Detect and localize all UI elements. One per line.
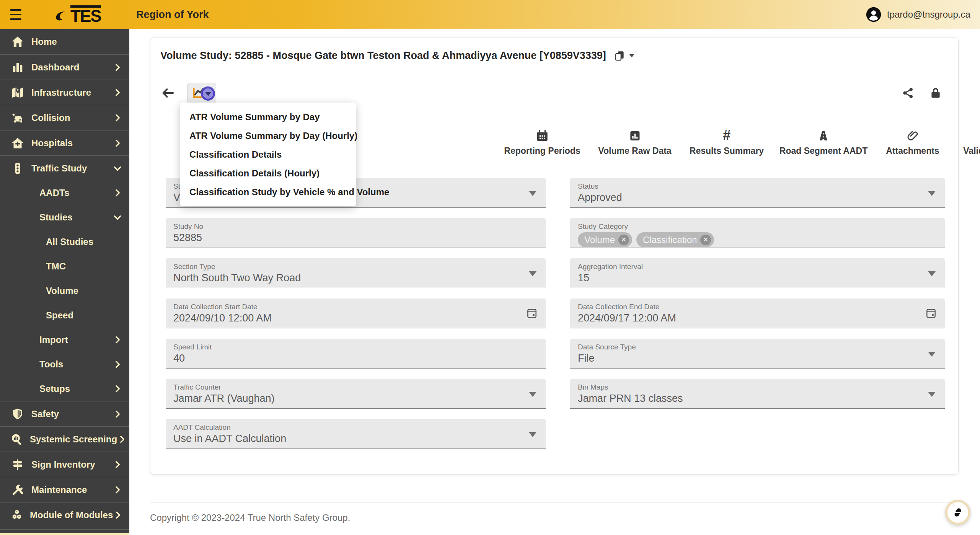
field-bin-maps[interactable]: Bin Maps Jamar PRN 13 classes <box>570 379 945 409</box>
toolbar-right <box>902 86 948 99</box>
chip-remove-icon[interactable] <box>700 235 711 245</box>
chevron-right-icon <box>113 88 122 98</box>
copy-caret-icon[interactable] <box>629 54 634 57</box>
field-data-collection-start-date[interactable]: Data Collection Start Date 2024/09/10 12… <box>166 298 546 328</box>
menu-item-classification-study-by-vehicle[interactable]: Classification Study by Vehicle % and Vo… <box>180 183 356 201</box>
page-title: Volume Study: 52885 - Mosque Gate btwn T… <box>160 50 606 62</box>
menu-item-classification-details[interactable]: Classification Details <box>180 145 356 164</box>
field-speed-limit[interactable]: Speed Limit 40 <box>166 339 546 369</box>
sidebar-item-speed[interactable]: Speed <box>0 303 129 328</box>
field-data-source-type[interactable]: Data Source Type File <box>570 339 945 369</box>
chevron-right-icon <box>113 113 122 123</box>
sidebar-item-setups[interactable]: Setups <box>0 377 129 401</box>
sidebar-item-systemic-screening[interactable]: Systemic Screening <box>0 426 129 452</box>
field-traffic-counter[interactable]: Traffic Counter Jamar ATR (Vaughan) <box>166 379 546 409</box>
feedback-fab-button[interactable] <box>945 500 970 525</box>
chevron-right-icon <box>113 359 122 369</box>
chevron-right-icon <box>113 510 123 520</box>
sidebar-item-module-of-modules[interactable]: Module of Modules <box>0 502 129 527</box>
systemic-screening-icon <box>10 432 24 446</box>
infrastructure-icon <box>10 86 25 99</box>
field-section-type[interactable]: Section Type North South Two Way Road <box>166 258 546 288</box>
chart-box-icon <box>628 126 641 142</box>
tab-results-summary[interactable]: Results Summary <box>690 126 764 165</box>
chip-remove-icon[interactable] <box>618 235 629 245</box>
lock-button[interactable] <box>929 86 942 99</box>
study-category-chips: Volume Classification <box>578 232 937 247</box>
chip-volume: Volume <box>578 232 632 247</box>
field-data-collection-end-date[interactable]: Data Collection End Date 2024/09/17 12:0… <box>570 298 945 328</box>
tes-logo: TES <box>54 3 101 26</box>
sidebar-item-import[interactable]: Import <box>0 328 129 352</box>
sidebar-item-tmc[interactable]: TMC <box>0 254 129 279</box>
hamburger-menu-icon[interactable] <box>10 8 24 21</box>
sidebar-item-collision[interactable]: Collision <box>0 105 129 130</box>
back-button[interactable] <box>160 85 177 101</box>
sidebar-item-aadts[interactable]: AADTs <box>0 181 129 205</box>
menu-item-atr-volume-summary-by-day-hourly[interactable]: ATR Volume Summary by Day (Hourly) <box>180 126 356 145</box>
sidebar-item-tools[interactable]: Tools <box>0 352 129 377</box>
field-aggregation-interval[interactable]: Aggregation Interval 15 <box>570 258 945 288</box>
copy-icon[interactable] <box>614 50 625 62</box>
dropdown-arrow-icon <box>529 271 536 276</box>
calendar-icon[interactable] <box>925 307 937 321</box>
dropdown-arrow-icon <box>928 352 936 357</box>
chevron-right-icon <box>113 485 122 495</box>
chip-classification: Classification <box>636 232 714 247</box>
menu-item-atr-volume-summary-by-day[interactable]: ATR Volume Summary by Day <box>180 108 356 126</box>
dropdown-arrow-icon <box>928 392 936 397</box>
tab-reporting-periods[interactable]: Reporting Periods <box>504 126 580 165</box>
field-aadt-calculation[interactable]: AADT Calculation Use in AADT Calculation <box>166 419 546 449</box>
sidebar-item-infrastructure[interactable]: Infrastructure <box>0 80 129 105</box>
sidebar-item-safety[interactable]: Safety <box>0 401 129 426</box>
chevron-right-icon <box>113 138 122 148</box>
sidebar: Home Dashboard Infrastructure Collision … <box>0 29 129 535</box>
dropdown-arrow-icon <box>529 432 536 437</box>
toolbar <box>150 82 958 104</box>
footer: Copyright © 2023-2024 True North Safety … <box>150 502 959 523</box>
user-avatar-icon <box>866 7 882 23</box>
calendar-icon[interactable] <box>526 307 538 321</box>
tab-validations[interactable]: Validations <box>963 126 980 165</box>
sidebar-item-hospitals[interactable]: Hospitals <box>0 130 129 155</box>
collision-icon <box>10 111 25 125</box>
user-menu[interactable]: tpardo@tnsgroup.ca <box>866 0 970 29</box>
chevron-down-icon <box>113 212 122 222</box>
sidebar-item-home[interactable]: Home <box>0 29 129 54</box>
sidebar-item-sign-inventory[interactable]: Sign Inventory <box>0 452 129 477</box>
menu-item-classification-details-hourly[interactable]: Classification Details (Hourly) <box>180 164 356 183</box>
dashboard-icon <box>10 60 25 74</box>
tab-attachments[interactable]: Attachments <box>886 126 939 165</box>
card-header: Volume Study: 52885 - Mosque Gate btwn T… <box>150 38 958 74</box>
tab-road-segment-aadt[interactable]: Road Segment AADT <box>779 126 867 165</box>
chevron-right-icon <box>113 460 122 470</box>
main-content: Volume Study: 52885 - Mosque Gate btwn T… <box>129 29 980 535</box>
traffic-study-icon <box>10 161 25 175</box>
sidebar-item-dashboard[interactable]: Dashboard <box>0 54 129 80</box>
dropdown-arrow-icon <box>529 392 536 397</box>
sidebar-item-all-studies[interactable]: All Studies <box>0 230 129 254</box>
share-button[interactable] <box>902 86 915 99</box>
chevron-down-icon <box>113 163 122 173</box>
dropdown-arrow-icon <box>928 271 936 276</box>
field-study-category[interactable]: Study Category Volume Classification <box>570 218 945 248</box>
sidebar-item-volume[interactable]: Volume <box>0 279 129 303</box>
field-study-no[interactable]: Study No 52885 <box>166 218 546 248</box>
reports-button[interactable] <box>187 83 216 103</box>
app-title: Region of York <box>136 0 209 29</box>
sidebar-item-maintenance[interactable]: Maintenance <box>0 477 129 502</box>
sidebar-item-studies[interactable]: Studies <box>0 205 129 230</box>
user-email: tpardo@tnsgroup.ca <box>887 9 970 20</box>
dropdown-arrow-icon <box>529 191 536 196</box>
reports-dropdown-badge-icon <box>201 86 215 101</box>
chevron-right-icon <box>113 188 122 198</box>
paperclip-icon <box>906 126 919 142</box>
home-icon <box>10 35 25 49</box>
calendar-icon <box>536 126 549 142</box>
dropdown-arrow-icon <box>928 191 936 196</box>
field-status[interactable]: Status Approved <box>570 178 945 208</box>
sidebar-item-traffic-study[interactable]: Traffic Study <box>0 155 129 181</box>
tab-volume-raw-data[interactable]: Volume Raw Data <box>598 126 671 165</box>
chevron-right-icon <box>113 62 122 72</box>
report-menu: ATR Volume Summary by Day ATR Volume Sum… <box>180 103 356 206</box>
